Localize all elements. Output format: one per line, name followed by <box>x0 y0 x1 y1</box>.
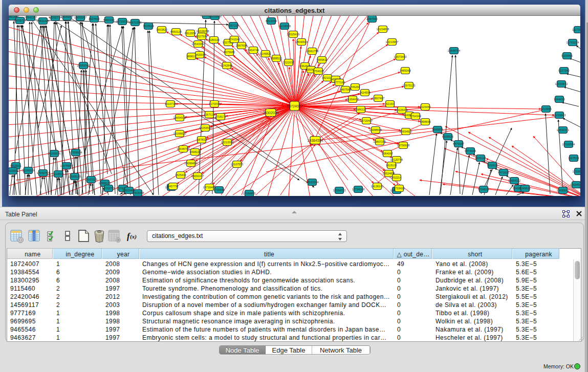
svg-text:1527602: 1527602 <box>89 17 100 20</box>
svg-text:587832: 587832 <box>197 138 207 141</box>
svg-text:10653267: 10653267 <box>61 16 74 18</box>
svg-text:8471626: 8471626 <box>498 171 509 174</box>
svg-text:1010735: 1010735 <box>165 102 176 105</box>
svg-text:10807487: 10807487 <box>372 97 385 100</box>
svg-text:10107555: 10107555 <box>231 163 244 166</box>
svg-text:21364436: 21364436 <box>346 98 359 101</box>
svg-text:19654932: 19654932 <box>173 116 186 119</box>
svg-text:14099489: 14099489 <box>185 162 198 165</box>
svg-text:17957225: 17957225 <box>85 178 98 181</box>
svg-text:2935114: 2935114 <box>475 157 486 160</box>
svg-text:9146821: 9146821 <box>260 52 271 55</box>
svg-text:14136141: 14136141 <box>371 185 384 188</box>
svg-text:9777169: 9777169 <box>334 81 345 84</box>
svg-text:12033872: 12033872 <box>555 82 568 85</box>
svg-text:20341357: 20341357 <box>25 16 37 19</box>
svg-text:16210643: 16210643 <box>553 114 566 117</box>
svg-text:7955812: 7955812 <box>316 58 328 61</box>
svg-text:3624554: 3624554 <box>359 91 371 94</box>
svg-text:16543382: 16543382 <box>192 42 205 46</box>
svg-text:12213309: 12213309 <box>221 141 234 144</box>
svg-text:9084067: 9084067 <box>382 152 393 155</box>
svg-text:10923460: 10923460 <box>123 189 136 192</box>
svg-text:16532774: 16532774 <box>49 16 62 19</box>
svg-text:9115460: 9115460 <box>420 105 430 108</box>
svg-text:19756928: 19756928 <box>397 144 410 147</box>
svg-text:7515524: 7515524 <box>143 25 154 28</box>
svg-text:10046786: 10046786 <box>177 147 190 150</box>
svg-text:20691406: 20691406 <box>37 19 50 23</box>
svg-text:25302035: 25302035 <box>263 111 278 115</box>
svg-text:2718170: 2718170 <box>215 115 226 118</box>
svg-text:8704512: 8704512 <box>478 188 489 191</box>
svg-text:12505185: 12505185 <box>69 175 81 178</box>
svg-text:13325419: 13325419 <box>287 33 300 36</box>
svg-text:12200434: 12200434 <box>573 170 580 173</box>
svg-text:252214: 252214 <box>392 176 402 179</box>
svg-text:1733426: 1733426 <box>394 187 405 190</box>
svg-text:18513344: 18513344 <box>306 181 319 184</box>
svg-text:6898695: 6898695 <box>420 120 431 123</box>
svg-text:(x): (x) <box>130 233 137 240</box>
svg-text:4170006: 4170006 <box>209 102 220 105</box>
svg-text:1167533: 1167533 <box>568 157 579 160</box>
svg-text:10025453: 10025453 <box>396 108 408 112</box>
svg-text:16033809: 16033809 <box>209 16 222 18</box>
svg-text:16353594: 16353594 <box>199 126 212 129</box>
svg-text:9245612: 9245612 <box>519 187 531 190</box>
svg-text:13807299: 13807299 <box>374 140 386 143</box>
svg-text:8454749: 8454749 <box>248 49 259 52</box>
svg-text:17164855: 17164855 <box>243 192 256 195</box>
svg-text:18640910: 18640910 <box>295 40 308 43</box>
svg-text:12975125: 12975125 <box>403 84 416 87</box>
svg-text:8938923: 8938923 <box>442 135 453 138</box>
svg-text:18724007: 18724007 <box>287 104 302 108</box>
svg-text:8815011: 8815011 <box>10 164 21 167</box>
svg-text:62160: 62160 <box>386 102 394 105</box>
svg-text:1640954: 1640954 <box>432 128 443 131</box>
svg-text:746266: 746266 <box>351 85 360 89</box>
svg-text:19218506: 19218506 <box>278 25 291 28</box>
svg-text:9227342: 9227342 <box>558 69 570 72</box>
svg-text:7625402: 7625402 <box>175 173 186 177</box>
svg-text:8186323: 8186323 <box>208 38 220 41</box>
svg-text:10719155: 10719155 <box>116 20 129 23</box>
svg-text:1498222: 1498222 <box>189 150 201 154</box>
svg-text:15720407: 15720407 <box>360 119 373 122</box>
svg-text:12213967: 12213967 <box>386 40 399 43</box>
svg-text:11173046: 11173046 <box>572 28 580 31</box>
svg-text:6794028: 6794028 <box>313 70 324 73</box>
svg-text:9242848: 9242848 <box>221 64 232 67</box>
svg-text:10688609: 10688609 <box>369 128 382 132</box>
svg-text:13226058: 13226058 <box>197 30 209 33</box>
svg-text:20200536: 20200536 <box>48 152 61 155</box>
svg-text:16648784: 16648784 <box>448 49 461 52</box>
svg-text:7986322: 7986322 <box>355 108 366 111</box>
svg-text:10654923: 10654923 <box>400 130 412 133</box>
svg-text:17054723: 17054723 <box>333 189 346 192</box>
svg-text:989610: 989610 <box>187 55 197 58</box>
svg-text:19384554: 19384554 <box>307 139 323 142</box>
svg-text:3915909: 3915909 <box>9 169 18 172</box>
svg-text:9329966: 9329966 <box>561 54 573 57</box>
svg-text:17016504: 17016504 <box>562 143 575 146</box>
svg-text:5794344: 5794344 <box>410 115 421 118</box>
svg-text:5675685: 5675685 <box>224 51 235 54</box>
svg-text:15692371: 15692371 <box>557 128 570 132</box>
svg-text:7485063: 7485063 <box>400 69 411 72</box>
svg-text:2967608: 2967608 <box>236 44 247 47</box>
svg-text:10654112: 10654112 <box>508 179 520 182</box>
svg-text:3267130: 3267130 <box>204 113 215 116</box>
svg-text:1615132: 1615132 <box>386 164 397 167</box>
svg-text:9327509: 9327509 <box>196 35 207 38</box>
svg-text:10924502: 10924502 <box>570 183 580 186</box>
svg-text:8813054: 8813054 <box>266 19 277 23</box>
svg-text:8912954: 8912954 <box>185 32 196 35</box>
svg-text:16671355: 16671355 <box>129 21 142 24</box>
svg-text:8660124: 8660124 <box>170 30 182 33</box>
svg-text:7632621: 7632621 <box>487 164 498 167</box>
svg-text:7663822: 7663822 <box>156 28 167 31</box>
svg-text:15716485: 15716485 <box>203 186 216 189</box>
svg-text:12450042: 12450042 <box>557 189 570 192</box>
svg-text:1322037: 1322037 <box>283 61 294 64</box>
